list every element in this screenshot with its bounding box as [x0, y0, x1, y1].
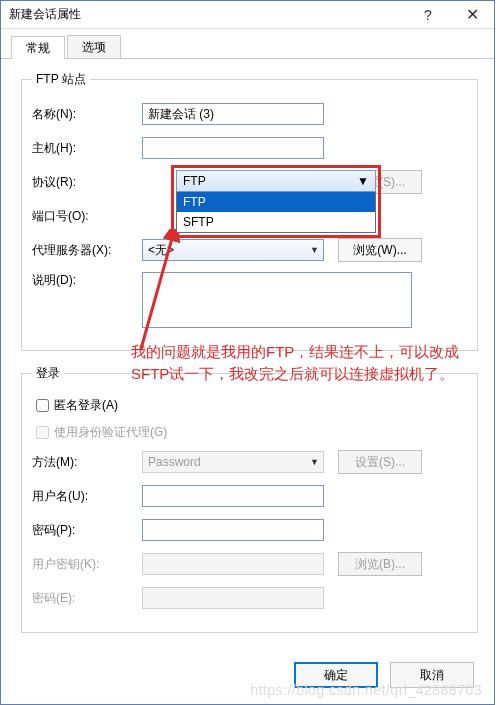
proxy-browse-button[interactable]: 浏览(W)...: [338, 238, 422, 262]
login-group: 登录 匿名登录(A) 使用身份验证代理(G) 方法(M): Password ▼…: [21, 365, 478, 633]
protocol-dropdown-list: FTP SFTP: [176, 192, 376, 233]
keypass-input: [142, 587, 324, 609]
pass-label: 密码(P):: [32, 522, 142, 539]
dialog-window: 新建会话属性 ? ✕ 常规 选项 FTP 站点 名称(N): 主机(H): 协议…: [0, 0, 495, 705]
cert-agent-row: 使用身份验证代理(G): [32, 423, 467, 442]
protocol-label: 协议(R):: [32, 174, 142, 191]
name-label: 名称(N):: [32, 106, 142, 123]
tab-general[interactable]: 常规: [11, 36, 65, 59]
protocol-option-sftp[interactable]: SFTP: [177, 212, 375, 232]
method-settings-button[interactable]: 设置(S)...: [338, 450, 422, 474]
chevron-down-icon: ▼: [310, 457, 319, 467]
proxy-value: <无>: [148, 242, 174, 259]
ftp-legend: FTP 站点: [32, 71, 90, 88]
proxy-combo[interactable]: <无> ▼: [142, 239, 324, 261]
protocol-option-ftp[interactable]: FTP: [177, 192, 375, 212]
name-input[interactable]: [142, 103, 324, 125]
desc-input[interactable]: [142, 272, 412, 328]
cert-agent-checkbox: [36, 426, 49, 439]
login-legend: 登录: [32, 365, 64, 382]
method-value: Password: [148, 455, 201, 469]
highlight-box: FTP ▼ FTP SFTP: [171, 165, 381, 238]
anon-row: 匿名登录(A): [32, 396, 467, 415]
userkey-input: [142, 553, 324, 575]
userkey-label: 用户密钥(K):: [32, 556, 142, 573]
userkey-browse-button[interactable]: 浏览(B)...: [338, 552, 422, 576]
protocol-combo[interactable]: FTP ▼: [176, 170, 376, 192]
help-button[interactable]: ?: [406, 1, 450, 29]
watermark: https://blog.csdn.net/qrl_42888703: [250, 682, 482, 698]
method-label: 方法(M):: [32, 454, 142, 471]
method-combo[interactable]: Password ▼: [142, 451, 324, 473]
proxy-label: 代理服务器(X):: [32, 242, 142, 259]
port-label: 端口号(O):: [32, 208, 142, 225]
titlebar: 新建会话属性 ? ✕: [1, 1, 494, 29]
desc-label: 说明(D):: [32, 272, 142, 289]
close-button[interactable]: ✕: [450, 1, 494, 29]
pass-input[interactable]: [142, 519, 324, 541]
tab-options[interactable]: 选项: [67, 35, 121, 58]
protocol-combo-value: FTP: [183, 174, 206, 188]
anon-checkbox[interactable]: [36, 399, 49, 412]
anon-label: 匿名登录(A): [54, 397, 118, 414]
annotation-text: 我的问题就是我用的FTP，结果连不上，可以改成SFTP试一下，我改完之后就可以连…: [131, 341, 481, 385]
keypass-label: 密码(E):: [32, 590, 142, 607]
cert-agent-label: 使用身份验证代理(G): [54, 424, 167, 441]
host-label: 主机(H):: [32, 140, 142, 157]
dialog-title: 新建会话属性: [9, 6, 406, 23]
chevron-down-icon: ▼: [310, 245, 319, 255]
tab-strip: 常规 选项: [1, 35, 494, 59]
protocol-dropdown-overlay: FTP ▼ FTP SFTP: [171, 165, 381, 238]
user-label: 用户名(U):: [32, 488, 142, 505]
host-input[interactable]: [142, 137, 324, 159]
user-input[interactable]: [142, 485, 324, 507]
chevron-down-icon: ▼: [357, 174, 369, 188]
